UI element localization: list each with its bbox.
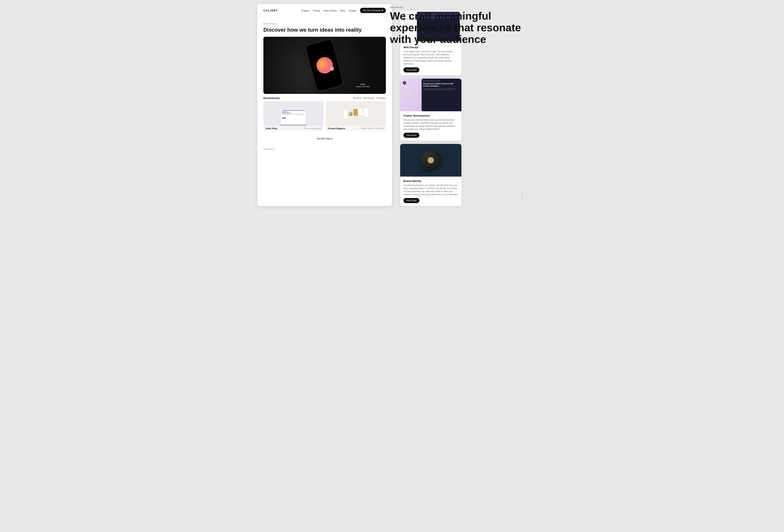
- oceanic-elegance-info: Oceanic Elegance Graphic Design Print Me…: [326, 126, 386, 131]
- stat-box-1: [343, 110, 348, 119]
- main-website-card: CALIBRY Projects Pricing How it Works Bl…: [257, 4, 392, 206]
- framer-cta-button[interactable]: View Detail: [403, 133, 419, 138]
- screen-line-1: [282, 110, 305, 111]
- screen-btn: Button: [282, 117, 286, 119]
- urban-pulse-name: Urban Pulse: [265, 128, 277, 130]
- oceanic-tag-1: Print Media: [374, 128, 384, 130]
- oceanic-elegance-tags: Graphic Design Print Media: [361, 128, 384, 130]
- main-project-tags-row: Revolutionary Branding Web Design Packag…: [263, 94, 386, 101]
- hero-big-title: We craft meaningful experiences that res…: [390, 10, 521, 45]
- nav-how-it-works[interactable]: How it Works: [324, 9, 337, 12]
- tag-web-design: Web Design: [363, 97, 374, 99]
- brand-title: Brand Identity: [403, 179, 458, 183]
- what-we-do-label-right: What We Do: [390, 6, 521, 8]
- cta-dot: [382, 10, 383, 11]
- nav-projects[interactable]: Projects: [301, 9, 309, 12]
- framer-screen: Home Discover Blog About Contact Elevate…: [422, 79, 461, 111]
- screen-line-3: [282, 114, 305, 115]
- nav-cta-button[interactable]: Get This Template: [360, 8, 386, 13]
- stat-box-gold: [353, 109, 358, 116]
- framer-body: Framer Development Elevate your online p…: [400, 111, 461, 141]
- service-card-brand-identity: VIRTUAL Brand Identity Transforming bran…: [400, 144, 461, 206]
- nav-logo[interactable]: CALIBRY: [263, 9, 278, 12]
- nav-blog[interactable]: Blog: [340, 9, 345, 12]
- stat-box-3: [364, 108, 369, 117]
- service-card-framer: F Home Discover Blog About Contact Eleva…: [400, 79, 461, 141]
- sub-projects-grid: Perfect freeMacBook Mockup Button Urban …: [257, 101, 392, 135]
- stationery-items: [343, 108, 369, 119]
- compact-disc: [421, 150, 441, 170]
- tag-branding: Branding: [353, 97, 361, 99]
- framer-nav-contact: Contact: [436, 80, 440, 81]
- framer-hero-text: Elevate Your Online Precence with Framer…: [423, 83, 460, 87]
- hero-title-line2: experiences that resonate: [390, 22, 521, 33]
- framer-nav-home: Home: [423, 80, 426, 81]
- recent-project-label: Recent Project: [263, 23, 386, 25]
- macbook-body: Perfect freeMacBook Mockup Button: [281, 109, 306, 124]
- web-design-cta-button[interactable]: View Detail: [403, 67, 419, 73]
- sub-project-oceanic-elegance[interactable]: Oceanic Elegance Graphic Design Print Me…: [326, 101, 386, 131]
- main-project-tag-list: Branding Web Design Packaging: [353, 97, 386, 99]
- phone-mockup-bg: FREE EASY TO USE: [263, 37, 386, 94]
- brand-cta-button[interactable]: View Detail: [403, 198, 419, 203]
- main-project-name: Revolutionary: [263, 97, 280, 100]
- framer-nav: Home Discover Blog About Contact: [423, 80, 460, 81]
- framer-image: F Home Discover Blog About Contact Eleva…: [400, 79, 461, 111]
- phone-gradient-ball: [315, 55, 335, 75]
- framer-nav-discover: Discover: [426, 80, 430, 81]
- framer-nav-about: About: [433, 80, 436, 81]
- oceanic-elegance-name: Oceanic Elegance: [328, 128, 345, 130]
- right-panel: What We Do We craft meaningful experienc…: [388, 4, 527, 206]
- framer-title: Framer Development: [403, 114, 458, 117]
- hero-title: Discover how we turn ideas into reality: [263, 27, 386, 33]
- tag-packaging: Packaging: [376, 97, 386, 99]
- stationery-scene: [326, 101, 386, 126]
- what-we-do-bottom-label: What We Do: [257, 145, 392, 152]
- brand-identity-image: VIRTUAL: [400, 144, 461, 176]
- framer-desc: Elevate your online presence with our pr…: [403, 118, 458, 131]
- free-badge: FREE EASY TO USE: [357, 83, 370, 88]
- framer-logo-icon: F: [402, 81, 406, 85]
- oceanic-elegance-image: [326, 101, 386, 126]
- framer-nav-blog: Blog: [431, 80, 433, 81]
- urban-pulse-image: Perfect freeMacBook Mockup Button: [263, 101, 324, 126]
- screen-line-2: [282, 113, 305, 114]
- hero-section: Recent Project Discover how we turn idea…: [257, 17, 392, 101]
- hero-title-line3: with your audience: [390, 33, 486, 45]
- macbook-scene: Perfect freeMacBook Mockup Button: [263, 101, 324, 126]
- sub-project-urban-pulse[interactable]: Perfect freeMacBook Mockup Button Urban …: [263, 101, 324, 131]
- see-all-button[interactable]: See All Projects: [257, 135, 392, 145]
- main-project-image[interactable]: FREE EASY TO USE: [263, 37, 386, 94]
- framer-mockup: F Home Discover Blog About Contact Eleva…: [400, 79, 461, 111]
- hero-title-line1: We craft meaningful: [390, 10, 491, 22]
- nav-links: Projects Pricing How it Works Blog Conta…: [301, 8, 386, 13]
- macbook-screen-content: Perfect freeMacBook Mockup Button: [281, 109, 306, 124]
- oceanic-tag-0: Graphic Design: [361, 128, 373, 130]
- screen-text: Perfect freeMacBook Mockup: [282, 111, 305, 113]
- urban-pulse-info: Urban Pulse Framer Development: [263, 126, 324, 131]
- brand-desc: Transforming brands is our passion. We d…: [403, 184, 458, 196]
- nav-pricing[interactable]: Pricing: [313, 9, 320, 12]
- framer-sub-text: Explore collection of cutting edge web t…: [423, 88, 460, 91]
- navbar: CALIBRY Projects Pricing How it Works Bl…: [257, 4, 392, 17]
- brand-body: Brand Identity Transforming brands is ou…: [400, 176, 461, 206]
- hero-text-overlay: What We Do We craft meaningful experienc…: [386, 2, 525, 49]
- urban-pulse-tags: Framer Development: [304, 128, 321, 130]
- urban-pulse-tag-0: Framer Development: [304, 128, 321, 130]
- stat-box-2: [358, 108, 363, 116]
- nav-contact[interactable]: Contact: [348, 9, 356, 12]
- web-design-desc: In the digital realm, we weave magic. Ou…: [403, 50, 458, 65]
- brand-mockup: VIRTUAL: [400, 144, 461, 176]
- stat-sphere: [348, 112, 353, 116]
- macbook-base: [280, 124, 307, 126]
